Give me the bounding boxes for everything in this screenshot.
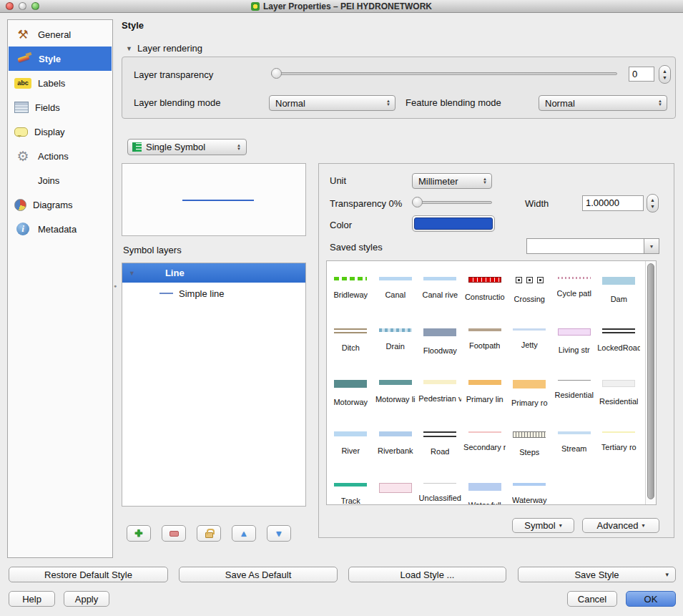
style-preset[interactable]: Living str [552, 316, 597, 367]
help-button[interactable]: Help [9, 591, 55, 607]
unit-select[interactable]: Millimeter ▲▼ [412, 173, 492, 189]
style-preset[interactable]: Jetty [507, 316, 552, 367]
style-preset[interactable]: Tram line [373, 470, 418, 505]
style-preset[interactable]: Primary ro [507, 367, 552, 419]
style-preset[interactable]: Crossing [507, 264, 552, 316]
saved-styles-combobox[interactable]: ▾ [526, 238, 659, 254]
style-preset[interactable]: Bridleway [328, 264, 373, 316]
color-picker-button[interactable] [412, 215, 495, 232]
width-stepper[interactable]: ▲ ▼ [647, 194, 659, 212]
sidebar-item-display[interactable]: Display [8, 119, 112, 144]
layer-transparency-input[interactable]: 0 [629, 67, 654, 82]
window-title-text: Layer Properties – PEI HYDRONETWORK [263, 1, 432, 11]
sidebar-item-general[interactable]: ⚒ General [8, 22, 112, 47]
style-preset[interactable]: Footpath [463, 316, 508, 367]
cancel-button[interactable]: Cancel [567, 591, 617, 607]
style-preset[interactable]: Unclassified [418, 470, 463, 505]
style-preset[interactable]: LockedRoad [596, 316, 642, 367]
minimize-window-button[interactable] [19, 2, 26, 10]
save-style-button[interactable]: Save Style ▾ [518, 567, 676, 582]
width-label: Width [525, 198, 549, 209]
line-swatch [602, 328, 635, 333]
slider-thumb[interactable] [412, 197, 423, 207]
style-preset[interactable]: Tertiary ro [596, 419, 642, 470]
line-swatch [379, 431, 412, 436]
style-preset[interactable]: River [328, 419, 373, 470]
style-preset[interactable]: Floodway [418, 316, 463, 367]
apply-button[interactable]: Apply [64, 591, 109, 607]
sidebar-item-fields[interactable]: Fields [8, 95, 112, 119]
restore-default-style-button[interactable]: Restore Default Style [9, 567, 168, 582]
layer-rendering-toggle[interactable]: ▼ Layer rendering [126, 43, 202, 54]
layer-properties-dialog: Layer Properties – PEI HYDRONETWORK ⚒ Ge… [0, 0, 683, 616]
save-as-default-button[interactable]: Save As Default [179, 567, 338, 582]
stepper-down-icon[interactable]: ▼ [662, 74, 667, 81]
expand-arrow-icon[interactable]: ▼ [129, 270, 135, 277]
symbol-layer-group-row[interactable]: ▼ Line [122, 263, 305, 283]
minus-icon [169, 531, 179, 537]
preset-scrollbar[interactable] [645, 261, 656, 504]
add-symbol-layer-button[interactable]: ✚ [127, 525, 151, 542]
sidebar-item-labels[interactable]: abc Labels [8, 71, 112, 95]
symbol-menu-button[interactable]: Symbol ▾ [512, 518, 574, 533]
load-style-button[interactable]: Load Style ... [348, 567, 506, 582]
dropdown-arrow-icon[interactable]: ▾ [644, 239, 659, 253]
line-swatch [558, 431, 591, 434]
style-preset[interactable]: Primary lin [463, 367, 508, 419]
style-preset[interactable]: Pedestrian v [418, 367, 463, 419]
line-swatch [334, 380, 367, 388]
sidebar-item-style[interactable]: Style [9, 47, 112, 71]
slider-thumb[interactable] [271, 68, 282, 79]
advanced-menu-button[interactable]: Advanced ▾ [582, 518, 659, 533]
style-preset[interactable]: Secondary r [463, 419, 508, 470]
style-preset[interactable]: Drain [373, 316, 418, 367]
style-preset[interactable]: Water full [463, 470, 508, 505]
style-preset[interactable]: Motorway li [373, 367, 418, 419]
line-swatch [513, 431, 546, 438]
style-preset[interactable]: Cycle patl [552, 264, 597, 316]
layer-transparency-stepper[interactable]: ▲ ▼ [659, 65, 671, 84]
move-layer-up-button[interactable]: ▲ [232, 525, 256, 542]
style-preset[interactable]: Track [328, 470, 373, 505]
stepper-up-icon[interactable]: ▲ [650, 197, 655, 203]
symbol-transparency-slider[interactable] [412, 196, 492, 209]
lock-symbol-layer-button[interactable] [197, 525, 221, 542]
style-preset[interactable]: Canal rive [418, 264, 463, 316]
feature-blending-mode-select[interactable]: Normal ▲▼ [539, 95, 667, 111]
info-icon: i [14, 221, 31, 237]
sidebar-item-actions[interactable]: ⚙ Actions [8, 144, 112, 168]
style-preset[interactable]: Motorway [328, 367, 373, 419]
renderer-type-select[interactable]: Single Symbol ▲▼ [127, 139, 247, 155]
zoom-window-button[interactable] [31, 2, 39, 10]
ok-button[interactable]: OK [626, 591, 676, 607]
sidebar-item-metadata[interactable]: i Metadata [8, 217, 112, 241]
style-preset[interactable]: Residential [552, 367, 597, 419]
style-preset[interactable]: Steps [507, 419, 552, 470]
collapse-arrow-icon: ▼ [126, 45, 132, 52]
title-bar[interactable]: Layer Properties – PEI HYDRONETWORK [0, 0, 683, 13]
width-input[interactable]: 1.00000 [582, 195, 644, 211]
scrollbar-thumb[interactable] [647, 263, 654, 499]
move-layer-down-button[interactable]: ▼ [267, 525, 291, 542]
style-preset[interactable]: Ditch [328, 316, 373, 367]
style-preset[interactable]: Constructio [463, 264, 508, 316]
line-swatch [379, 328, 412, 332]
style-preset[interactable]: Riverbank [373, 419, 418, 470]
stepper-down-icon[interactable]: ▼ [650, 203, 655, 210]
sidebar-item-joins[interactable]: Joins [8, 168, 112, 192]
close-window-button[interactable] [6, 2, 14, 10]
stepper-up-icon[interactable]: ▲ [662, 68, 667, 74]
style-preset[interactable]: Waterway [507, 470, 552, 505]
style-preset[interactable]: Road [418, 419, 463, 470]
sidebar-item-diagrams[interactable]: Diagrams [8, 192, 112, 217]
style-preset[interactable]: Stream [552, 419, 597, 470]
style-preset[interactable]: Dam [596, 264, 642, 316]
pane-resize-handle[interactable]: ● [114, 283, 119, 290]
layer-transparency-slider[interactable] [271, 67, 617, 80]
line-swatch [513, 483, 546, 486]
remove-symbol-layer-button[interactable] [162, 525, 186, 542]
style-preset[interactable]: Canal [373, 264, 418, 316]
layer-blending-mode-select[interactable]: Normal ▲▼ [269, 95, 395, 111]
symbol-layer-row[interactable]: Simple line [122, 283, 305, 304]
style-preset[interactable]: Residential [596, 367, 642, 419]
